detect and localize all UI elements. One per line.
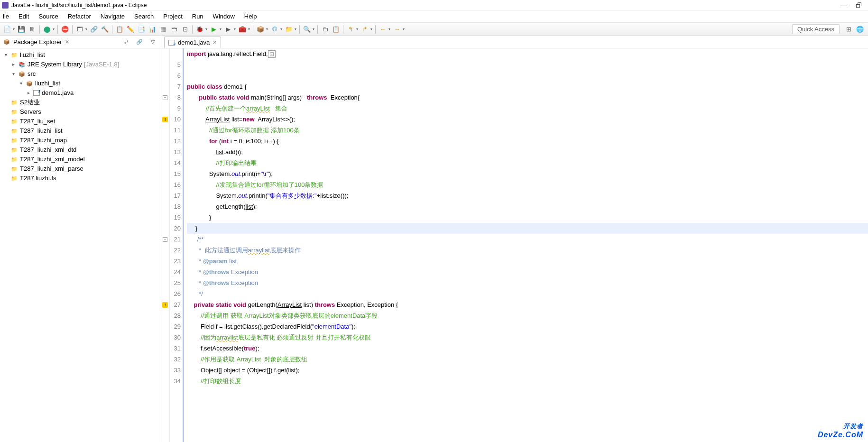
line-number[interactable]: 16: [170, 179, 181, 190]
menu-refactor[interactable]: Refactor: [63, 11, 96, 22]
tree-item[interactable]: 📁T287_liu_set: [1, 117, 160, 126]
code-line[interactable]: [187, 70, 868, 81]
line-number[interactable]: 25: [170, 277, 181, 288]
code-line[interactable]: private static void getLength(ArrayList …: [187, 299, 868, 310]
save-all-button[interactable]: 🗎: [27, 24, 37, 35]
expand-icon[interactable]: ▸: [26, 88, 31, 98]
code-line[interactable]: * @throws Exception: [187, 277, 868, 288]
debug-button[interactable]: 🐞: [194, 24, 205, 35]
line-number[interactable]: 11: [170, 125, 181, 136]
menu-run[interactable]: Run: [187, 11, 208, 22]
code-line[interactable]: //作用是获取 ArrayList 对象的底层数组: [187, 354, 868, 365]
code-line[interactable]: Object[] object = (Object[]) f.get(list)…: [187, 365, 868, 376]
new-server-button[interactable]: 🗔: [74, 24, 85, 35]
tool-10[interactable]: 🗀: [320, 24, 330, 35]
tool-5[interactable]: 📑: [136, 24, 147, 35]
build-button[interactable]: ⬤: [42, 24, 52, 35]
line-number[interactable]: 30: [170, 332, 181, 343]
line-number[interactable]: 24: [170, 267, 181, 277]
line-number[interactable]: 23: [170, 256, 181, 267]
code-line[interactable]: for (int i = 0; i<100; i++) {: [187, 136, 868, 147]
close-view-icon[interactable]: ✕: [65, 39, 69, 45]
editor-tab-demo1[interactable]: demo1.java ✕: [164, 37, 221, 48]
menu-source[interactable]: Source: [34, 11, 63, 22]
line-number[interactable]: 14: [170, 157, 181, 168]
minimize-button[interactable]: —: [840, 1, 847, 9]
code-line[interactable]: list.add(i);: [187, 147, 868, 157]
line-number[interactable]: 13: [170, 147, 181, 157]
link-editor-icon[interactable]: 🔗: [134, 37, 145, 47]
tool-3[interactable]: 📋: [114, 24, 125, 35]
open-perspective-button[interactable]: ⊞: [843, 24, 854, 35]
menu-search[interactable]: Search: [129, 11, 158, 22]
tool-8[interactable]: 🗃: [169, 24, 179, 35]
editor-code[interactable]: import java.lang.reflect.Field;⊡ public …: [183, 48, 868, 442]
new-package-button[interactable]: 📦: [255, 24, 266, 35]
code-line[interactable]: ArrayList list=new ArrayList<>();: [187, 114, 868, 125]
menu-file[interactable]: ile: [0, 11, 14, 22]
code-line[interactable]: }: [187, 223, 868, 234]
tree-item[interactable]: ▸📚JRE System Library [JavaSE-1.8]: [1, 60, 160, 69]
code-line[interactable]: System.out.print(i+"\r");: [187, 168, 868, 179]
editor-gutter[interactable]: −!−! 56789101112131415161718192021222324…: [161, 48, 183, 442]
code-line[interactable]: public static void main(String[] args) t…: [187, 92, 868, 103]
code-line[interactable]: f.setAccessible(true);: [187, 343, 868, 354]
line-number[interactable]: 34: [170, 376, 181, 387]
view-menu-icon[interactable]: ▽: [148, 37, 158, 47]
close-tab-icon[interactable]: ✕: [212, 39, 217, 46]
save-button[interactable]: 💾: [16, 24, 27, 35]
menu-project[interactable]: Project: [158, 11, 187, 22]
menu-window[interactable]: Window: [208, 11, 240, 22]
tree-item[interactable]: ▸demo1.java: [1, 88, 160, 98]
line-number[interactable]: 8: [170, 92, 181, 103]
tree-item[interactable]: ▾📁liuzhi_list: [1, 50, 160, 60]
new-button[interactable]: 📄: [2, 24, 12, 35]
run-last-button[interactable]: ▶: [223, 24, 233, 35]
forward-button[interactable]: →: [392, 24, 402, 35]
back-button[interactable]: ←: [378, 24, 388, 35]
tree-item[interactable]: 📁T287_liuzhi_map: [1, 136, 160, 145]
tool-4[interactable]: ✏️: [125, 24, 136, 35]
code-line[interactable]: */: [187, 288, 868, 299]
line-number[interactable]: 27: [170, 299, 181, 310]
line-number[interactable]: 33: [170, 365, 181, 376]
external-tools-button[interactable]: 🧰: [237, 24, 248, 35]
menu-help[interactable]: Help: [240, 11, 262, 22]
fold-marker-icon[interactable]: −: [163, 237, 167, 242]
line-number[interactable]: [170, 48, 181, 59]
line-number[interactable]: 21: [170, 234, 181, 245]
tree-item[interactable]: 📁T287.liuzhi.fs: [1, 174, 160, 183]
tree-item[interactable]: 📁T287_liuzhi_xml_parse: [1, 164, 160, 174]
code-line[interactable]: [187, 59, 868, 70]
code-line[interactable]: * @param list: [187, 256, 868, 267]
code-line[interactable]: //发现集合通过for循环增加了100条数据: [187, 179, 868, 190]
tree-item[interactable]: ▾📦src: [1, 69, 160, 79]
code-line[interactable]: /**: [187, 234, 868, 245]
code-line[interactable]: //通过调用 获取 ArrayList对象类部类获取底层的elementData…: [187, 310, 868, 321]
next-annotation-button[interactable]: ↱: [360, 24, 370, 35]
code-line[interactable]: //通过for循环添加数据 添加100条: [187, 125, 868, 136]
tree-item[interactable]: 📁T287_liuzhi_xml_model: [1, 155, 160, 164]
line-number[interactable]: 20: [170, 223, 181, 234]
search-button[interactable]: 🔍: [302, 24, 312, 35]
expand-icon[interactable]: ▾: [18, 79, 24, 88]
code-line[interactable]: getLength(list);: [187, 201, 868, 212]
line-number[interactable]: 6: [170, 70, 181, 81]
line-number[interactable]: 7: [170, 81, 181, 92]
expand-icon[interactable]: ▾: [10, 69, 16, 79]
menu-edit[interactable]: Edit: [14, 11, 34, 22]
build-dropdown[interactable]: ▾: [52, 27, 55, 31]
new-dropdown[interactable]: ▾: [12, 27, 16, 31]
tree-item[interactable]: 📁S2结业: [1, 98, 160, 107]
quick-access[interactable]: Quick Access: [792, 24, 840, 34]
warning-marker-icon[interactable]: !: [162, 302, 168, 308]
tool-9[interactable]: ⊡: [180, 24, 190, 35]
expand-icon[interactable]: ▸: [10, 60, 16, 69]
line-number[interactable]: 26: [170, 288, 181, 299]
code-line[interactable]: //首先创建一个arrayList 集合: [187, 103, 868, 114]
code-line[interactable]: //因为arraylist底层是私有化 必须通过反射 并且打开私有化权限: [187, 332, 868, 343]
tool-6[interactable]: 📊: [147, 24, 157, 35]
line-number[interactable]: 9: [170, 103, 181, 114]
tree-item[interactable]: 📁T287_liuzhi_xml_dtd: [1, 145, 160, 155]
code-line[interactable]: * @throws Exception: [187, 267, 868, 277]
